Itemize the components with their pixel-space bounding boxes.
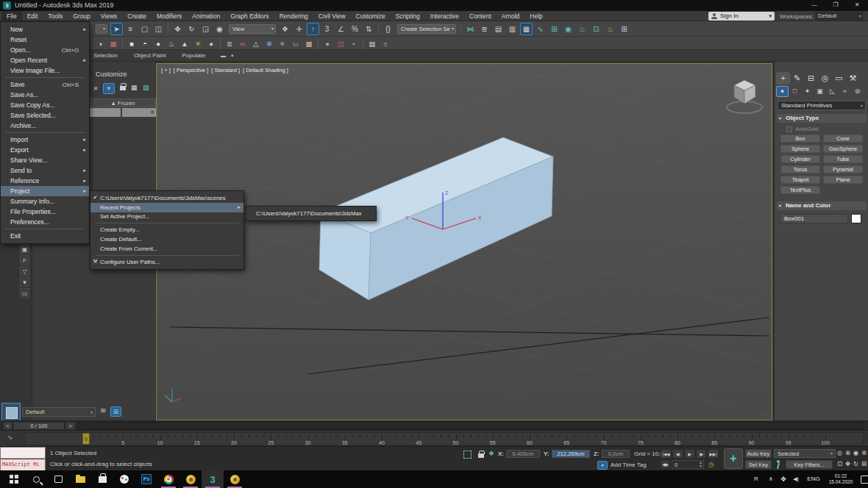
ribbon-minimize-icon[interactable]: ▬ xyxy=(221,53,226,58)
object-type-button-cone[interactable]: Cone xyxy=(823,134,863,143)
category-geometry[interactable]: ● xyxy=(776,86,789,97)
primitive-box-icon[interactable]: ■ xyxy=(126,38,138,49)
ribbon-toggle-icon[interactable]: ▦ xyxy=(520,23,533,35)
menu-content[interactable]: Content xyxy=(464,11,497,21)
select-and-scale-icon[interactable]: ◲ xyxy=(199,23,212,35)
light-sun-icon[interactable]: ☀ xyxy=(192,38,204,49)
primitive-teapot-icon[interactable]: ♨ xyxy=(166,38,177,49)
filter-clear-icon[interactable]: ▽ xyxy=(20,266,29,276)
keyboard-override-icon[interactable]: ↑ xyxy=(307,23,319,35)
x-coord-field[interactable]: 6,405cm xyxy=(506,450,540,458)
search-button[interactable] xyxy=(25,470,47,488)
menu-item-c-users-valyok7177-documents-3dsmax-scenes[interactable]: ✔C:\Users\Valyok7177\Documents\3dsMax\sc… xyxy=(90,193,243,203)
menu-arnold[interactable]: Arnold xyxy=(497,11,525,21)
primitives-dropdown[interactable]: Standard Primitives ▾ xyxy=(778,101,866,110)
filter-icon[interactable]: ▼ xyxy=(103,83,115,94)
zoom-extents-all-icon[interactable]: ⊛ xyxy=(860,448,868,458)
tab-create[interactable]: + xyxy=(776,72,790,85)
primitive-cone-icon[interactable]: ▲ xyxy=(179,38,191,49)
layer-explorer-icon[interactable]: ⊞ xyxy=(110,406,121,417)
gold-app-button-2[interactable] xyxy=(224,470,246,488)
perspective-viewport[interactable]: [ + ] [ Perspective ] [ Standard ] [ Def… xyxy=(156,63,772,420)
render-production-icon[interactable]: ♨ xyxy=(604,23,616,35)
lock-icon[interactable] xyxy=(120,86,126,90)
start-button[interactable] xyxy=(3,470,25,488)
menu-item-share-view[interactable]: Share View... xyxy=(1,155,89,165)
menu-edit[interactable]: Edit xyxy=(22,11,43,21)
current-frame-field[interactable]: 0 ▲▼ xyxy=(672,460,704,469)
isolate-selection-icon[interactable] xyxy=(463,451,472,459)
previous-frame-button[interactable]: ◀| xyxy=(672,449,683,459)
category-cameras[interactable]: ▣ xyxy=(814,86,826,97)
menu-item-recent-projects[interactable]: Recent Projects▸ xyxy=(90,203,243,212)
menu-customize[interactable]: Customize xyxy=(351,11,391,21)
tab-hierarchy[interactable]: ⊟ xyxy=(804,72,818,85)
pattern-icon[interactable]: ▩ xyxy=(303,38,315,49)
menu-graph-editors[interactable]: Graph Editors xyxy=(225,11,274,21)
material-editor-icon[interactable]: ◉ xyxy=(562,23,574,35)
select-and-place-icon[interactable]: ◉ xyxy=(213,23,226,35)
object-type-button-box[interactable]: Box xyxy=(780,134,820,143)
auto-key-button[interactable]: Auto Key xyxy=(745,449,772,458)
menu-item-send-to[interactable]: Send to▸ xyxy=(1,165,89,176)
zoom-extents-icon[interactable]: ◉ xyxy=(852,448,860,458)
file-explorer-button[interactable] xyxy=(69,470,91,488)
object-type-button-torus[interactable]: Torus xyxy=(780,165,820,173)
maximize-button[interactable]: ❐ xyxy=(825,0,846,10)
viewport-shading-menu[interactable]: [ Default Shading ] xyxy=(243,67,288,73)
table-row-cell[interactable] xyxy=(90,108,121,117)
next-key-button[interactable]: > xyxy=(65,422,75,430)
viewport-standard-menu[interactable]: [ Standard ] xyxy=(211,67,240,73)
select-and-rotate-icon[interactable]: ↻ xyxy=(185,23,198,35)
spinner-snap-icon[interactable]: ⇅ xyxy=(363,23,375,35)
use-pivot-center-icon[interactable]: ❖ xyxy=(279,23,291,35)
filter-icon[interactable]: ▼ xyxy=(20,277,29,287)
store-button[interactable] xyxy=(91,470,113,488)
display-panel-icon[interactable]: ▣ xyxy=(20,244,29,254)
add-time-tag-label[interactable]: Add Time Tag xyxy=(611,462,647,468)
close-button[interactable]: ✕ xyxy=(847,0,867,10)
object-type-button-plane[interactable]: Plane xyxy=(823,176,863,184)
mirror-icon[interactable]: ⋈ xyxy=(464,23,477,35)
notes-icon[interactable]: ▤ xyxy=(366,38,378,49)
viewcube[interactable] xyxy=(723,74,767,117)
reference-coordinate-dropdown[interactable]: View▾ xyxy=(229,24,276,34)
menu-create[interactable]: Create xyxy=(122,11,152,21)
frame-spinner[interactable]: ▲▼ xyxy=(699,461,702,468)
menu-interactive[interactable]: Interactive xyxy=(425,11,464,21)
category-systems[interactable]: ⊚ xyxy=(851,86,864,97)
go-to-end-button[interactable]: ▶▶| xyxy=(708,449,719,459)
paint3d-button[interactable] xyxy=(113,470,135,488)
transform-typein-icon[interactable]: ❖ xyxy=(488,450,494,457)
selection-lock-icon[interactable] xyxy=(478,453,484,458)
people-icon[interactable]: R xyxy=(750,470,762,488)
render-setup-icon[interactable]: ♨ xyxy=(576,23,588,35)
menu-civil-view[interactable]: Civil View xyxy=(313,11,351,21)
max-button[interactable]: 3 xyxy=(202,470,224,488)
menu-views[interactable]: Views xyxy=(96,11,123,21)
maxscript-output-row[interactable]: MAXScript Mi xyxy=(1,459,45,470)
ribbon-tab-populate[interactable]: Populate xyxy=(182,50,206,62)
viewport-canvas[interactable]: X Y Z xyxy=(157,64,772,420)
layer-list-icon[interactable]: ≋ xyxy=(100,406,106,415)
volume-icon[interactable]: ◀) xyxy=(790,470,802,488)
menu-item-save-copy-as[interactable]: Save Copy As... xyxy=(1,100,89,110)
menu-item-open-recent[interactable]: Open Recent▸ xyxy=(1,55,89,65)
angle-snap-icon[interactable]: ∠ xyxy=(335,23,347,35)
table-row-cell[interactable]: ✻ xyxy=(122,108,156,117)
object-name-field[interactable]: Box001 xyxy=(780,214,848,223)
chrome-button[interactable] xyxy=(157,470,179,488)
menu-item-set-active-project[interactable]: Set Active Project... xyxy=(90,212,243,222)
ring-icon[interactable]: ○ xyxy=(380,38,391,49)
object-color-swatch[interactable] xyxy=(851,214,861,223)
snapshot-icon[interactable]: ◫ xyxy=(335,38,346,49)
menu-item-create-empty[interactable]: Create Empty... xyxy=(90,225,243,234)
menu-item-summary-info[interactable]: Summary Info... xyxy=(1,196,89,207)
time-configuration-icon[interactable]: ◷ xyxy=(706,460,716,469)
select-object-icon[interactable]: ➤ xyxy=(110,23,123,35)
name-and-color-rollout[interactable]: ▾ Name and Color xyxy=(777,201,867,210)
menu-item-archive[interactable]: Archive... xyxy=(1,121,89,131)
selection-region-icon[interactable]: ▢ xyxy=(138,23,151,35)
category-helpers[interactable]: ◺ xyxy=(826,86,839,97)
tab-modify[interactable]: ✎ xyxy=(790,72,804,85)
